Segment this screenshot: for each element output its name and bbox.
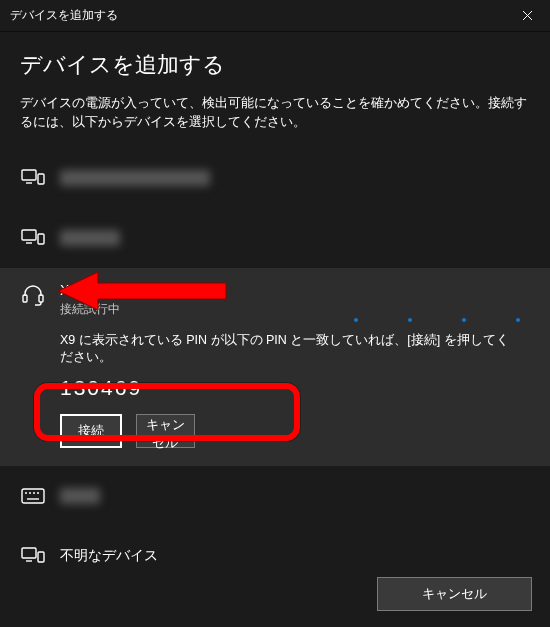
page-title: デバイスを追加する bbox=[20, 50, 530, 80]
content-area: デバイスを追加する デバイスの電源が入っていて、検出可能になっていることを確かめ… bbox=[0, 32, 550, 567]
pin-code: 130469 bbox=[60, 376, 142, 400]
close-button[interactable] bbox=[504, 0, 550, 32]
svg-rect-3 bbox=[22, 230, 36, 240]
device-item-selected[interactable]: X9 接続試行中 X9 に表示されている PIN が以下の PIN と一致してい… bbox=[0, 268, 550, 466]
svg-rect-0 bbox=[22, 170, 36, 180]
close-icon bbox=[522, 10, 533, 21]
device-status: 接続試行中 bbox=[60, 301, 120, 318]
svg-rect-16 bbox=[38, 552, 44, 562]
pin-instruction: X9 に表示されている PIN が以下の PIN と一致していれば、[接続] を… bbox=[60, 332, 510, 366]
svg-rect-4 bbox=[38, 234, 44, 244]
instruction-text: デバイスの電源が入っていて、検出可能になっていることを確かめてください。接続する… bbox=[20, 94, 530, 132]
add-device-dialog: デバイスを追加する デバイスを追加する デバイスの電源が入っていて、検出可能にな… bbox=[0, 0, 550, 627]
display-icon bbox=[20, 165, 46, 191]
device-name: X9 bbox=[60, 282, 120, 298]
device-label-redacted bbox=[60, 170, 210, 186]
device-item[interactable] bbox=[0, 466, 550, 526]
device-label-redacted bbox=[60, 230, 120, 246]
svg-rect-7 bbox=[39, 295, 43, 302]
headset-icon bbox=[20, 282, 46, 308]
svg-rect-6 bbox=[23, 295, 27, 302]
device-list: X9 接続試行中 X9 に表示されている PIN が以下の PIN と一致してい… bbox=[0, 148, 550, 568]
svg-rect-15 bbox=[22, 548, 36, 558]
connect-button[interactable]: 接続 bbox=[60, 414, 122, 448]
svg-rect-1 bbox=[38, 174, 44, 184]
device-name: 不明なデバイス bbox=[60, 547, 158, 565]
header: デバイスを追加する デバイスの電源が入っていて、検出可能になっていることを確かめ… bbox=[0, 32, 550, 138]
display-icon bbox=[20, 543, 46, 568]
footer: キャンセル bbox=[0, 567, 550, 627]
pair-cancel-button[interactable]: キャンセル bbox=[136, 414, 196, 448]
svg-rect-9 bbox=[22, 489, 44, 503]
titlebar: デバイスを追加する bbox=[0, 0, 550, 32]
device-label-redacted bbox=[60, 488, 100, 504]
device-item[interactable]: 不明なデバイス bbox=[0, 526, 550, 568]
device-item[interactable] bbox=[0, 208, 550, 268]
titlebar-title: デバイスを追加する bbox=[10, 7, 118, 24]
keyboard-icon bbox=[20, 483, 46, 509]
display-icon bbox=[20, 225, 46, 251]
cancel-button[interactable]: キャンセル bbox=[377, 577, 532, 611]
device-item[interactable] bbox=[0, 148, 550, 208]
progress-dots bbox=[354, 318, 520, 322]
